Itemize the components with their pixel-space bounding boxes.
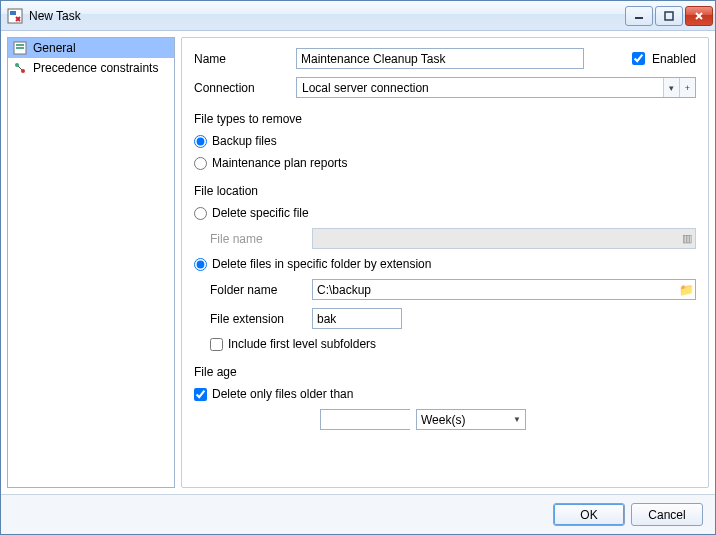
age-check-label: Delete only files older than bbox=[212, 387, 353, 401]
maximize-button[interactable] bbox=[655, 6, 683, 26]
age-unit-select[interactable]: Week(s) ▼ bbox=[416, 409, 526, 430]
close-button[interactable] bbox=[685, 6, 713, 26]
connection-label: Connection bbox=[194, 81, 288, 95]
add-connection-button[interactable]: + bbox=[679, 78, 695, 97]
enabled-label: Enabled bbox=[652, 52, 696, 66]
browse-folder-icon[interactable]: 📁 bbox=[677, 283, 695, 297]
radio-maintenance-reports[interactable] bbox=[194, 157, 207, 170]
radio-backup-files[interactable] bbox=[194, 135, 207, 148]
radio-folder-label: Delete files in specific folder by exten… bbox=[212, 257, 431, 271]
chevron-down-icon: ▼ bbox=[513, 415, 521, 424]
sidebar: General Precedence constraints bbox=[7, 37, 175, 488]
ok-button[interactable]: OK bbox=[553, 503, 625, 526]
location-title: File location bbox=[194, 184, 696, 198]
new-task-dialog: New Task General Precedence constraints … bbox=[0, 0, 716, 535]
window-title: New Task bbox=[29, 9, 625, 23]
open-file-icon: ▥ bbox=[682, 232, 692, 245]
sidebar-item-label: General bbox=[33, 41, 76, 55]
sidebar-item-label: Precedence constraints bbox=[33, 61, 158, 75]
radio-reports-label: Maintenance plan reports bbox=[212, 156, 347, 170]
chevron-down-icon[interactable]: ▾ bbox=[663, 78, 679, 97]
minimize-button[interactable] bbox=[625, 6, 653, 26]
svg-rect-7 bbox=[16, 44, 24, 46]
radio-delete-specific[interactable] bbox=[194, 207, 207, 220]
cancel-button[interactable]: Cancel bbox=[631, 503, 703, 526]
fileext-label: File extension bbox=[210, 312, 304, 326]
form-icon bbox=[12, 40, 28, 56]
foldername-input[interactable] bbox=[313, 280, 677, 299]
age-value-spinner[interactable]: ▲ ▼ bbox=[320, 409, 410, 430]
age-unit-value: Week(s) bbox=[421, 413, 465, 427]
name-input[interactable] bbox=[296, 48, 584, 69]
connection-select[interactable]: Local server connection ▾ + bbox=[296, 77, 696, 98]
include-subfolders-label: Include first level subfolders bbox=[228, 337, 376, 351]
content-panel: Name Enabled Connection Local server con… bbox=[181, 37, 709, 488]
foldername-label: Folder name bbox=[210, 283, 304, 297]
svg-rect-3 bbox=[665, 12, 673, 20]
dialog-footer: OK Cancel bbox=[1, 494, 715, 534]
filename-label: File name bbox=[210, 232, 304, 246]
age-checkbox[interactable] bbox=[194, 388, 207, 401]
name-label: Name bbox=[194, 52, 288, 66]
radio-delete-folder[interactable] bbox=[194, 258, 207, 271]
sidebar-item-general[interactable]: General bbox=[8, 38, 174, 58]
include-subfolders-checkbox[interactable] bbox=[210, 338, 223, 351]
radio-backup-label: Backup files bbox=[212, 134, 277, 148]
filetypes-title: File types to remove bbox=[194, 112, 696, 126]
app-icon bbox=[7, 8, 23, 24]
radio-specific-label: Delete specific file bbox=[212, 206, 309, 220]
svg-rect-8 bbox=[16, 47, 24, 49]
age-title: File age bbox=[194, 365, 696, 379]
sidebar-item-precedence[interactable]: Precedence constraints bbox=[8, 58, 174, 78]
svg-line-11 bbox=[18, 66, 22, 70]
svg-rect-1 bbox=[10, 11, 16, 15]
flow-icon bbox=[12, 60, 28, 76]
fileext-input[interactable] bbox=[312, 308, 402, 329]
titlebar: New Task bbox=[1, 1, 715, 31]
filename-input: ▥ bbox=[312, 228, 696, 249]
connection-value: Local server connection bbox=[297, 78, 663, 97]
enabled-checkbox[interactable] bbox=[632, 52, 645, 65]
